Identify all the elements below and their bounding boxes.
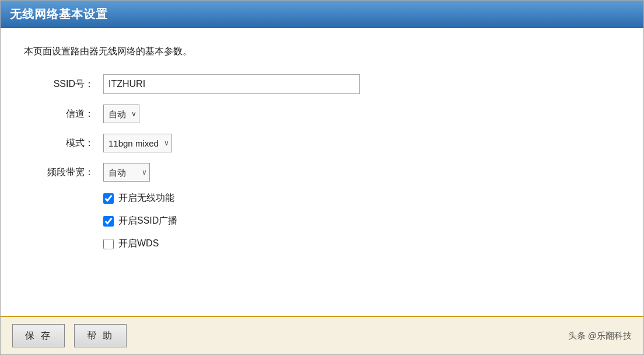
bandwidth-select[interactable]: 自动 20MHz 40MHz — [103, 163, 150, 182]
bandwidth-select-wrapper: 自动 20MHz 40MHz — [103, 163, 150, 182]
main-window: 无线网络基本设置 本页面设置路由器无线网络的基本参数。 SSID号： 信道： 自… — [0, 0, 644, 355]
channel-label: 信道： — [41, 108, 94, 120]
save-button[interactable]: 保 存 — [12, 324, 65, 347]
footer: 保 存 帮 助 头条 @乐翻科技 — [1, 316, 643, 354]
window-title: 无线网络基本设置 — [10, 8, 108, 20]
mode-select[interactable]: 11bgn mixed 11b only 11g only 11n only — [103, 134, 172, 152]
help-button[interactable]: 帮 助 — [74, 324, 127, 347]
mode-label: 模式： — [41, 137, 94, 149]
title-bar: 无线网络基本设置 — [1, 1, 643, 28]
wds-checkbox[interactable] — [103, 239, 114, 249]
page-description: 本页面设置路由器无线网络的基本参数。 — [24, 46, 620, 58]
wireless-enable-checkbox[interactable] — [103, 193, 114, 204]
ssid-broadcast-label: 开启SSID广播 — [118, 215, 177, 227]
ssid-row: SSID号： — [41, 74, 620, 94]
content-area: 本页面设置路由器无线网络的基本参数。 SSID号： 信道： 自动 1 2 3 4 — [1, 28, 643, 316]
channel-row: 信道： 自动 1 2 3 4 5 6 — [41, 105, 620, 123]
form-area: SSID号： 信道： 自动 1 2 3 4 5 6 — [41, 74, 620, 250]
mode-row: 模式： 11bgn mixed 11b only 11g only 11n on… — [41, 134, 620, 152]
ssid-broadcast-row: 开启SSID广播 — [103, 215, 620, 227]
wds-label: 开启WDS — [118, 238, 159, 250]
wireless-enable-label: 开启无线功能 — [118, 192, 174, 204]
channel-select[interactable]: 自动 1 2 3 4 5 6 — [103, 105, 139, 123]
footer-buttons: 保 存 帮 助 — [12, 324, 127, 347]
wds-row: 开启WDS — [103, 238, 620, 250]
ssid-label: SSID号： — [41, 78, 94, 91]
watermark-text: 头条 @乐翻科技 — [568, 330, 632, 342]
bandwidth-row: 频段带宽： 自动 20MHz 40MHz — [41, 163, 620, 182]
wireless-enable-row: 开启无线功能 — [103, 192, 620, 204]
channel-select-wrapper: 自动 1 2 3 4 5 6 — [103, 105, 139, 123]
ssid-broadcast-checkbox[interactable] — [103, 216, 114, 227]
mode-select-wrapper: 11bgn mixed 11b only 11g only 11n only — [103, 134, 172, 152]
ssid-input[interactable] — [103, 74, 360, 94]
bandwidth-label: 频段带宽： — [41, 166, 94, 179]
